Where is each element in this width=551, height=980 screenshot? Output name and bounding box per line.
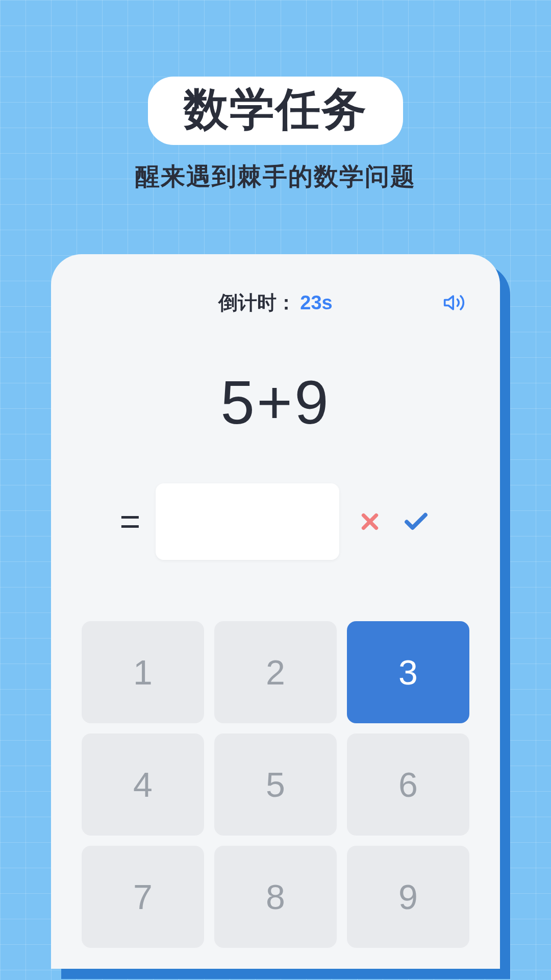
key-1[interactable]: 1 [82, 621, 204, 723]
key-2[interactable]: 2 [214, 621, 337, 723]
check-icon [402, 508, 430, 536]
sound-button[interactable] [441, 290, 467, 315]
speaker-icon [443, 291, 465, 314]
equals-sign: = [120, 501, 141, 542]
key-6[interactable]: 6 [347, 733, 469, 836]
answer-input[interactable] [156, 483, 339, 560]
key-9[interactable]: 9 [347, 846, 469, 948]
key-4[interactable]: 4 [82, 733, 204, 836]
title-pill: 数学任务 [148, 77, 403, 145]
countdown-label: 倒计时： [218, 290, 296, 316]
page-title: 数学任务 [184, 79, 367, 140]
countdown-row: 倒计时： 23s [77, 290, 474, 316]
header-section: 数学任务 醒来遇到棘手的数学问题 [135, 77, 416, 193]
page-subtitle: 醒来遇到棘手的数学问题 [135, 160, 416, 193]
phone-frame: 倒计时： 23s 5+9 = [51, 254, 500, 969]
key-8[interactable]: 8 [214, 846, 337, 948]
keypad: 1 2 3 4 5 6 7 8 9 [77, 621, 474, 948]
countdown-value: 23s [300, 292, 332, 314]
math-question: 5+9 [77, 367, 474, 437]
key-3[interactable]: 3 [347, 621, 469, 723]
clear-button[interactable] [355, 506, 385, 537]
submit-button[interactable] [400, 506, 431, 537]
phone-screen: 倒计时： 23s 5+9 = [51, 254, 500, 969]
svg-marker-0 [445, 296, 454, 309]
key-7[interactable]: 7 [82, 846, 204, 948]
x-icon [357, 509, 383, 534]
key-5[interactable]: 5 [214, 733, 337, 836]
answer-row: = [77, 483, 474, 560]
